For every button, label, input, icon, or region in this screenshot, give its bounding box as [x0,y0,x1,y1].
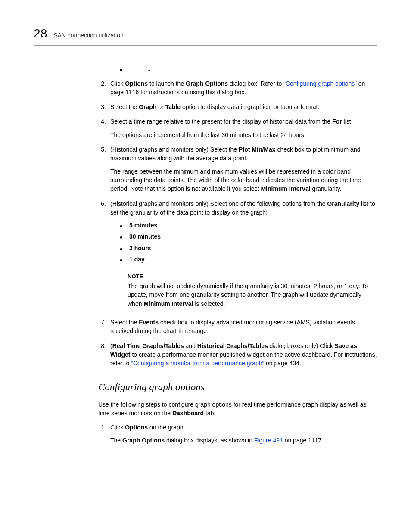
step-4: 4. Select a time range relative to the p… [98,117,377,139]
step-5-line1: (Historical graphs and monitors only) Se… [110,145,377,163]
step-5: 5. (Historical graphs and monitors only)… [98,145,377,193]
section-heading: Configuring graph options [98,380,377,394]
granularity-list: 5 minutes 30 minutes 2 hours 1 day [120,221,377,264]
empty-dash-icon: - [148,65,377,74]
list-item: 2 hours [120,244,377,252]
step-6-line1: (Historical graphs and monitors only) Se… [110,199,377,217]
list-item: 1 day [120,255,377,264]
step-3: 3. Select the Graph or Table option to d… [98,103,377,111]
step-3-text: Select the Graph or Table option to disp… [110,103,377,111]
section2-intro: Use the following steps to configure gra… [98,400,377,418]
step-number: 5. [98,145,106,193]
header-title: SAN connection utilization [53,31,124,40]
step-5-line2: The range between the minimum and maximu… [110,167,377,193]
step-7-text: Select the Events check box to display a… [110,318,377,336]
step-number: 1. [98,423,106,445]
note-block: NOTE The graph will not update dynamical… [128,271,377,311]
page-number: 28 [34,25,47,43]
step-number: 8. [98,342,106,368]
step-number: 3. [98,103,106,111]
section2-step-list: 1. Click Options on the graph. The Graph… [98,423,377,445]
step-7: 7. Select the Events check box to displa… [98,318,377,336]
list-item: 30 minutes [120,232,377,241]
step-6: 6. (Historical graphs and monitors only)… [98,199,377,311]
note-body: The graph will not update dynamically if… [128,282,377,308]
step-8: 8. (Real Time Graphs/Tables and Historic… [98,342,377,368]
link-configuring-graph-options[interactable]: “Configuring graph options” [283,80,357,87]
step-number: 2. [98,79,106,97]
section2-step1-line1: Click Options on the graph. [110,423,377,432]
step-number: 6. [98,199,106,311]
section2-step1-line2: The Graph Options dialog box displays, a… [110,436,377,445]
page-header: 28 SAN connection utilization [34,25,377,46]
step-2: 2. Click Options to launch the Graph Opt… [98,79,377,97]
step-4-line2: The options are incremental from the las… [110,131,377,139]
step-4-line1: Select a time range relative to the pres… [110,117,377,126]
link-figure-491[interactable]: Figure 491 [254,437,283,444]
step-2-text: Click Options to launch the Graph Option… [110,79,377,97]
list-item: 5 minutes [120,221,377,230]
step-8-text: (Real Time Graphs/Tables and Historical … [110,342,377,368]
step-list: 2. Click Options to launch the Graph Opt… [98,79,377,368]
empty-bullet-list: - [120,65,377,73]
step-number: 4. [98,117,106,139]
note-title: NOTE [128,273,377,281]
section2-step-1: 1. Click Options on the graph. The Graph… [98,423,377,445]
step-number: 7. [98,318,106,336]
link-configuring-monitor[interactable]: “Configuring a monitor from a performanc… [131,360,264,367]
